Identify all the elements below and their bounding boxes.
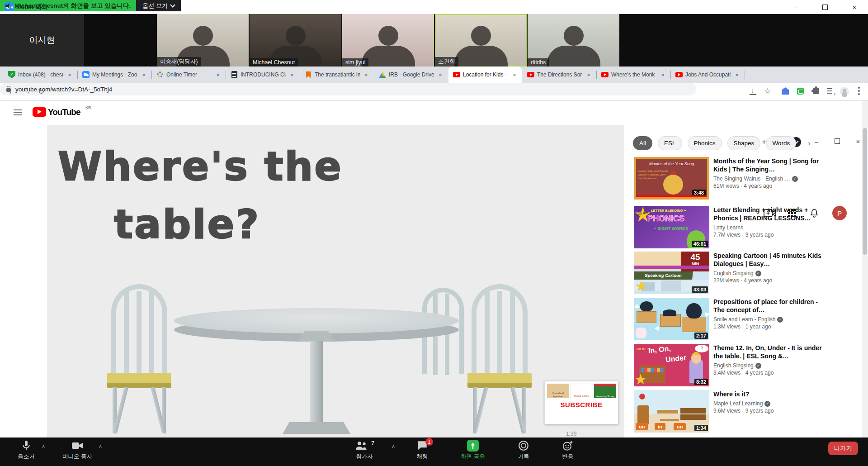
mini-thumb-mixing-colors[interactable]: Mixing Colors	[571, 384, 592, 398]
chips-more-chevron-icon[interactable]: ›	[808, 139, 810, 147]
forward-button[interactable]: →	[21, 86, 33, 97]
browser-tab-active-location-for-kids[interactable]: Location for Kids - ×	[448, 67, 522, 83]
participant-video-tile[interactable]: rltldbs	[528, 14, 619, 67]
channel-row[interactable]: English Singsing ✓	[713, 270, 822, 276]
participants-button[interactable]: 7 참가자	[344, 440, 385, 461]
participant-video-tile[interactable]: Michael Chesnut	[250, 14, 341, 67]
video-timestamp: 1:39	[566, 431, 576, 437]
channel-row[interactable]: Lotty Learns	[713, 224, 822, 231]
video-thumbnail[interactable]: 30+ MIN LETTER BLENDING + PHONICS + SIGH…	[634, 206, 709, 248]
view-options-button[interactable]: 옵션 보기	[136, 0, 181, 11]
zoom-minimize-button[interactable]: –	[786, 2, 806, 13]
mute-button[interactable]: 음소거	[6, 440, 47, 461]
suggestion-row[interactable]: Months of the Year Song January May Apri…	[634, 157, 868, 200]
tab-close-icon[interactable]: ×	[66, 71, 73, 78]
chip-all[interactable]: All	[633, 136, 652, 150]
tab-close-icon[interactable]: ×	[363, 71, 370, 78]
browser-tab-timer[interactable]: Online Timer ×	[152, 67, 225, 83]
video-thumbnail[interactable]: 45MIN Speaking Cartoon 43:03	[634, 252, 709, 294]
video-thumbnail[interactable]: on in un 1:34	[634, 390, 709, 433]
video-thumbnail[interactable]: 2:17	[634, 298, 709, 340]
mini-thumb-household-alphabet[interactable]: Household Alphabet	[547, 384, 569, 398]
suggestion-row[interactable]: 30+ MIN LETTER BLENDING + PHONICS + SIGH…	[634, 206, 868, 249]
video-title[interactable]: Theme 12. In, On, Under - It is under th…	[713, 344, 822, 360]
channel-row[interactable]: Maple Leaf Learning ✓	[713, 400, 822, 407]
playlist-icon[interactable]: ♪	[827, 88, 835, 95]
browser-restore-button[interactable]	[828, 135, 846, 148]
stop-video-button[interactable]: 비디오 중지	[57, 440, 98, 461]
mute-options-caret[interactable]: ∧	[42, 443, 45, 449]
video-thumbnail[interactable]: Months of the Year Song January May Apri…	[634, 157, 709, 200]
video-thumbnail[interactable]: THEME 12 In, On, Under ? 8:32	[634, 344, 709, 386]
verified-badge-icon: ✓	[755, 271, 761, 276]
channel-row[interactable]: Smile and Learn - English ✓	[713, 316, 822, 323]
page-scrollbar-thumb[interactable]	[863, 128, 867, 255]
youtube-logo-text[interactable]: YouTube	[48, 107, 80, 117]
video-title[interactable]: Prepositions of place for children - The…	[713, 298, 822, 314]
chip-esl[interactable]: ESL	[658, 136, 682, 150]
extension-green-icon[interactable]	[797, 88, 804, 95]
video-title[interactable]: Speaking Cartoon | 45 minutes Kids Dialo…	[713, 252, 822, 268]
suggestion-row[interactable]: 2:17 Prepositions of place for children …	[634, 298, 868, 341]
participant-tile-no-video[interactable]: 이시현	[0, 14, 84, 67]
tab-close-icon[interactable]: ×	[288, 71, 296, 78]
browser-tab-transatlantic[interactable]: The transatlantic in ×	[300, 67, 373, 83]
reactions-button[interactable]: 반응	[547, 440, 588, 461]
browser-profile-avatar[interactable]	[840, 87, 849, 96]
participant-video-tile-active-speaker[interactable]: 조건희	[435, 14, 527, 67]
extension-blue-icon[interactable]	[782, 87, 789, 95]
chip-phonics[interactable]: Phonics	[688, 136, 722, 150]
video-meta: 3.4M views · 4 years ago	[713, 370, 822, 376]
hamburger-menu-icon[interactable]	[14, 109, 22, 115]
tab-close-icon[interactable]: ×	[733, 71, 741, 78]
share-screen-button[interactable]: 화면 공유	[453, 440, 493, 461]
video-options-caret[interactable]: ∧	[99, 443, 102, 449]
suggestion-row[interactable]: on in un 1:34 Where is it? Maple Leaf Le…	[634, 390, 868, 433]
tab-close-icon[interactable]: ×	[140, 71, 147, 78]
shield-favicon-icon: ✓	[8, 71, 15, 78]
tab-close-icon[interactable]: ×	[659, 71, 666, 78]
chip-words[interactable]: Words	[766, 136, 796, 150]
video-title[interactable]: Letter Blending + sight words + Phonics …	[713, 206, 822, 222]
suggestion-row[interactable]: THEME 12 In, On, Under ? 8:32 Theme 12. …	[634, 344, 868, 387]
browser-tab-jobs[interactable]: Jobs And Occupati ×	[671, 67, 744, 83]
browser-tab-introducing[interactable]: INTRODUCING CU ×	[226, 67, 299, 83]
chair-left-illustration	[107, 284, 171, 433]
chat-badge: 1	[425, 438, 433, 446]
zoom-maximize-button[interactable]	[815, 2, 835, 13]
channel-row[interactable]: The Singing Walrus - English … ✓	[713, 176, 822, 182]
participant-video-tile[interactable]: sim jiyul	[342, 14, 434, 67]
zoom-close-button[interactable]: ×	[844, 2, 864, 13]
browser-tab-wheres-the-monkey[interactable]: Where's the Monk ×	[597, 67, 670, 83]
download-icon[interactable]: ↓	[750, 87, 756, 95]
browser-tab-meetings[interactable]: My Meetings - Zoo ×	[78, 67, 151, 83]
record-button[interactable]: 기록	[503, 440, 544, 461]
chat-button[interactable]: 채팅	[402, 440, 443, 461]
video-title[interactable]: Months of the Year Song | Song for Kids …	[713, 157, 822, 173]
participant-video-tile[interactable]: 이승재(담당자)	[157, 14, 249, 67]
chip-shapes[interactable]: Shapes	[727, 136, 761, 150]
bookmark-star-icon[interactable]: ☆	[764, 86, 771, 96]
youtube-logo-icon[interactable]	[33, 107, 46, 117]
browser-tab-inbox[interactable]: ✓ Inbox (408) - chesn ×	[4, 67, 77, 83]
leave-meeting-button[interactable]: 나가기	[828, 442, 858, 455]
mini-thumb-yesterday-today[interactable]: Yesterday Today	[594, 384, 616, 398]
browser-tab-drive[interactable]: IRB - Google Drive ×	[374, 67, 448, 83]
tab-close-icon[interactable]: ×	[214, 71, 222, 78]
video-title[interactable]: Where is it?	[713, 390, 822, 398]
tab-close-icon[interactable]: ×	[511, 71, 518, 78]
video-player[interactable]: Where's the table? Household Alphabet Mi…	[47, 125, 624, 437]
reload-button[interactable]: ↻	[35, 86, 47, 97]
participants-options-caret[interactable]: ∧	[392, 443, 395, 449]
suggestion-row[interactable]: 45MIN Speaking Cartoon 43:03 Speaking Ca…	[634, 252, 868, 295]
subscribe-label[interactable]: SUBSCRIBE	[547, 401, 616, 409]
extensions-puzzle-icon[interactable]	[813, 88, 819, 94]
browser-tab-directions[interactable]: The Directions Son ×	[523, 67, 596, 83]
address-bar[interactable]: youtube.com/watch?v=DtA-_5oThj4	[0, 83, 696, 95]
channel-row[interactable]: English Singsing ✓	[713, 362, 822, 369]
tab-close-icon[interactable]: ×	[585, 71, 592, 78]
browser-menu-icon[interactable]	[858, 87, 860, 89]
tab-close-icon[interactable]: ×	[437, 71, 444, 78]
subscribe-overlay[interactable]: Household Alphabet Mixing Colors Yesterd…	[544, 381, 618, 424]
participant-name: 이승재(담당자)	[157, 57, 201, 67]
